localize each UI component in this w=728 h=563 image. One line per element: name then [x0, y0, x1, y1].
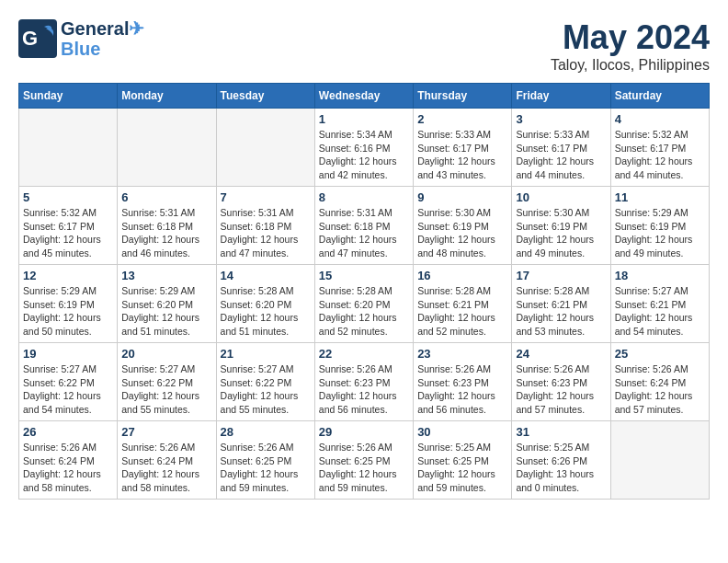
calendar-week-row: 26Sunrise: 5:26 AMSunset: 6:24 PMDayligh…: [19, 421, 710, 500]
weekday-header: Sunday: [19, 84, 118, 109]
day-info: Sunrise: 5:31 AMSunset: 6:18 PMDaylight:…: [319, 206, 409, 260]
calendar-cell: 12Sunrise: 5:29 AMSunset: 6:19 PMDayligh…: [19, 265, 118, 343]
calendar-cell: [216, 109, 314, 187]
day-info: Sunrise: 5:33 AMSunset: 6:17 PMDaylight:…: [516, 128, 606, 182]
weekday-header: Tuesday: [216, 84, 314, 109]
page-header: G General✈ Blue May 2024 Taloy, Ilocos, …: [18, 18, 710, 74]
day-number: 7: [221, 190, 311, 204]
calendar-cell: 6Sunrise: 5:31 AMSunset: 6:18 PMDaylight…: [118, 187, 216, 265]
day-info: Sunrise: 5:27 AMSunset: 6:22 PMDaylight:…: [23, 362, 113, 417]
day-info: Sunrise: 5:26 AMSunset: 6:25 PMDaylight:…: [221, 441, 311, 495]
logo-name2: Blue: [61, 39, 144, 59]
calendar-cell: 30Sunrise: 5:25 AMSunset: 6:25 PMDayligh…: [414, 421, 512, 500]
calendar-cell: 13Sunrise: 5:29 AMSunset: 6:20 PMDayligh…: [118, 265, 216, 343]
logo-name: General✈: [61, 18, 144, 39]
day-number: 17: [516, 269, 606, 282]
day-number: 25: [615, 347, 705, 361]
day-number: 2: [417, 112, 507, 126]
day-number: 11: [615, 190, 705, 204]
day-info: Sunrise: 5:26 AMSunset: 6:23 PMDaylight:…: [319, 362, 409, 417]
calendar-cell: 19Sunrise: 5:27 AMSunset: 6:22 PMDayligh…: [19, 343, 118, 421]
day-number: 15: [319, 269, 409, 282]
day-info: Sunrise: 5:29 AMSunset: 6:19 PMDaylight:…: [23, 284, 113, 339]
day-info: Sunrise: 5:30 AMSunset: 6:19 PMDaylight:…: [516, 206, 606, 260]
calendar-cell: 9Sunrise: 5:30 AMSunset: 6:19 PMDaylight…: [414, 187, 512, 265]
day-info: Sunrise: 5:26 AMSunset: 6:24 PMDaylight:…: [23, 441, 113, 495]
day-number: 3: [516, 112, 606, 126]
day-info: Sunrise: 5:26 AMSunset: 6:24 PMDaylight:…: [615, 362, 705, 417]
day-number: 23: [417, 347, 507, 361]
day-info: Sunrise: 5:28 AMSunset: 6:21 PMDaylight:…: [516, 284, 606, 339]
day-number: 4: [615, 112, 705, 126]
calendar-table: SundayMondayTuesdayWednesdayThursdayFrid…: [18, 83, 710, 500]
day-number: 31: [516, 425, 606, 439]
day-number: 8: [319, 190, 409, 204]
calendar-cell: 27Sunrise: 5:26 AMSunset: 6:24 PMDayligh…: [118, 421, 216, 500]
calendar-cell: [118, 109, 216, 187]
day-info: Sunrise: 5:29 AMSunset: 6:19 PMDaylight:…: [615, 206, 705, 260]
calendar-cell: 28Sunrise: 5:26 AMSunset: 6:25 PMDayligh…: [216, 421, 314, 500]
day-info: Sunrise: 5:26 AMSunset: 6:25 PMDaylight:…: [319, 441, 409, 495]
day-info: Sunrise: 5:32 AMSunset: 6:17 PMDaylight:…: [615, 128, 705, 182]
weekday-header: Saturday: [610, 84, 709, 109]
logo-icon: G: [18, 19, 57, 58]
day-info: Sunrise: 5:30 AMSunset: 6:19 PMDaylight:…: [417, 206, 507, 260]
day-info: Sunrise: 5:34 AMSunset: 6:16 PMDaylight:…: [319, 128, 409, 182]
calendar-cell: 3Sunrise: 5:33 AMSunset: 6:17 PMDaylight…: [512, 109, 610, 187]
day-number: 12: [23, 269, 113, 282]
calendar-cell: 29Sunrise: 5:26 AMSunset: 6:25 PMDayligh…: [314, 421, 413, 500]
day-info: Sunrise: 5:33 AMSunset: 6:17 PMDaylight:…: [417, 128, 507, 182]
day-number: 14: [221, 269, 311, 282]
weekday-header: Friday: [512, 84, 610, 109]
day-info: Sunrise: 5:29 AMSunset: 6:20 PMDaylight:…: [121, 284, 211, 339]
day-info: Sunrise: 5:31 AMSunset: 6:18 PMDaylight:…: [121, 206, 211, 260]
calendar-cell: 22Sunrise: 5:26 AMSunset: 6:23 PMDayligh…: [314, 343, 413, 421]
day-number: 22: [319, 347, 409, 361]
calendar-cell: 1Sunrise: 5:34 AMSunset: 6:16 PMDaylight…: [314, 109, 413, 187]
calendar-cell: 26Sunrise: 5:26 AMSunset: 6:24 PMDayligh…: [19, 421, 118, 500]
weekday-header-row: SundayMondayTuesdayWednesdayThursdayFrid…: [19, 84, 710, 109]
calendar-week-row: 12Sunrise: 5:29 AMSunset: 6:19 PMDayligh…: [19, 265, 710, 343]
day-info: Sunrise: 5:26 AMSunset: 6:23 PMDaylight:…: [516, 362, 606, 417]
day-number: 24: [516, 347, 606, 361]
calendar-cell: 16Sunrise: 5:28 AMSunset: 6:21 PMDayligh…: [414, 265, 512, 343]
calendar-cell: 25Sunrise: 5:26 AMSunset: 6:24 PMDayligh…: [610, 343, 709, 421]
calendar-cell: 4Sunrise: 5:32 AMSunset: 6:17 PMDaylight…: [610, 109, 709, 187]
calendar-cell: 31Sunrise: 5:25 AMSunset: 6:26 PMDayligh…: [512, 421, 610, 500]
day-info: Sunrise: 5:31 AMSunset: 6:18 PMDaylight:…: [221, 206, 311, 260]
day-info: Sunrise: 5:28 AMSunset: 6:20 PMDaylight:…: [319, 284, 409, 339]
day-info: Sunrise: 5:25 AMSunset: 6:25 PMDaylight:…: [417, 441, 507, 495]
day-number: 27: [121, 425, 211, 439]
calendar-cell: 7Sunrise: 5:31 AMSunset: 6:18 PMDaylight…: [216, 187, 314, 265]
calendar-cell: 8Sunrise: 5:31 AMSunset: 6:18 PMDaylight…: [314, 187, 413, 265]
day-info: Sunrise: 5:28 AMSunset: 6:21 PMDaylight:…: [417, 284, 507, 339]
day-info: Sunrise: 5:25 AMSunset: 6:26 PMDaylight:…: [516, 441, 606, 495]
day-number: 13: [121, 269, 211, 282]
weekday-header: Wednesday: [314, 84, 413, 109]
calendar-cell: 21Sunrise: 5:27 AMSunset: 6:22 PMDayligh…: [216, 343, 314, 421]
title-section: May 2024 Taloy, Ilocos, Philippines: [551, 18, 710, 74]
day-number: 30: [417, 425, 507, 439]
weekday-header: Thursday: [414, 84, 512, 109]
day-info: Sunrise: 5:28 AMSunset: 6:20 PMDaylight:…: [221, 284, 311, 339]
weekday-header: Monday: [118, 84, 216, 109]
calendar-cell: 2Sunrise: 5:33 AMSunset: 6:17 PMDaylight…: [414, 109, 512, 187]
day-number: 10: [516, 190, 606, 204]
logo: G General✈ Blue: [18, 18, 144, 59]
day-number: 20: [121, 347, 211, 361]
calendar-cell: 20Sunrise: 5:27 AMSunset: 6:22 PMDayligh…: [118, 343, 216, 421]
day-number: 28: [221, 425, 311, 439]
day-info: Sunrise: 5:26 AMSunset: 6:23 PMDaylight:…: [417, 362, 507, 417]
calendar-cell: 24Sunrise: 5:26 AMSunset: 6:23 PMDayligh…: [512, 343, 610, 421]
calendar-cell: 11Sunrise: 5:29 AMSunset: 6:19 PMDayligh…: [610, 187, 709, 265]
calendar-cell: 5Sunrise: 5:32 AMSunset: 6:17 PMDaylight…: [19, 187, 118, 265]
day-number: 18: [615, 269, 705, 282]
day-number: 26: [23, 425, 113, 439]
day-number: 16: [417, 269, 507, 282]
day-number: 29: [319, 425, 409, 439]
month-year-title: May 2024: [551, 18, 710, 57]
calendar-week-row: 1Sunrise: 5:34 AMSunset: 6:16 PMDaylight…: [19, 109, 710, 187]
calendar-cell: 15Sunrise: 5:28 AMSunset: 6:20 PMDayligh…: [314, 265, 413, 343]
location-subtitle: Taloy, Ilocos, Philippines: [551, 57, 710, 74]
day-number: 21: [221, 347, 311, 361]
